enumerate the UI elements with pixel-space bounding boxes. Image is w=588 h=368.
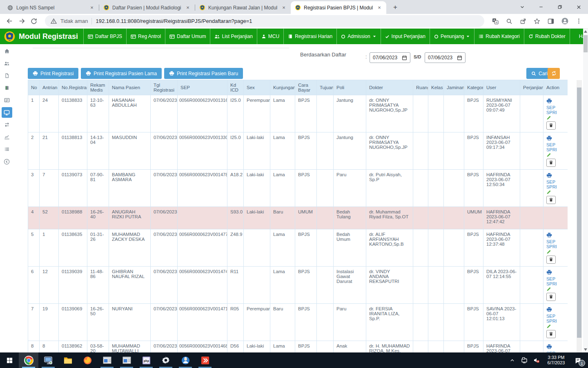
nav-item-admission[interactable]: Admission [336,29,380,44]
sidebar-item-list[interactable] [0,143,13,155]
volume-muted-icon[interactable] [532,354,541,366]
address-bar[interactable]: Tidak aman 192.168.0.11:8080/registrasi/… [45,15,484,27]
sep-link[interactable]: SEP [546,276,555,281]
nav-item-daftar-bpjs[interactable]: Daftar BPJS [83,29,126,44]
network-icon[interactable] [520,354,528,366]
new-tab-button[interactable]: + [390,2,401,13]
app-brand[interactable]: Modul Registrasi [0,29,83,44]
delete-button[interactable] [546,121,556,130]
edit-pencil-icon[interactable] [546,249,565,255]
taskbar-red-app[interactable] [195,352,215,368]
print-row-icon[interactable] [546,269,565,276]
hidden-icons-chevron-icon[interactable] [508,354,516,366]
back-icon[interactable] [3,15,16,27]
tab-close-icon[interactable]: × [281,4,287,11]
sep-link[interactable]: SEP [546,239,555,244]
spri-link[interactable]: SPRI [546,184,557,189]
nav-item-input-perjanjian[interactable]: Input Perjanjian [381,29,430,44]
nav-item-list-perjanjian[interactable]: List Perjanjian [210,29,256,44]
edit-pencil-icon[interactable] [546,287,565,292]
delete-button[interactable] [546,256,556,264]
sep-link[interactable]: SEP [546,142,555,147]
spri-link[interactable]: SPRI [546,319,557,323]
calendar-icon[interactable] [457,55,462,61]
share-icon[interactable] [517,15,529,27]
spri-link[interactable]: SPRI [546,110,557,115]
browser-tab-daftar-pasien-modul-radiologi[interactable]: Daftar Pasien | Modul Radiologi× [99,1,195,14]
print-pasien-baru-button[interactable]: Print Registrasi Pasien Baru [164,68,243,79]
translate-icon[interactable]: Aa [489,15,501,27]
bookmark-star-icon[interactable] [531,15,543,27]
page-scrollbar-thumb[interactable] [584,35,588,52]
calendar-icon[interactable] [402,55,407,61]
nav-item-rubah-dokter[interactable]: Rubah Dokter [524,29,570,44]
taskbar-chrome[interactable] [19,352,38,368]
sidebar-item-book[interactable] [0,82,13,94]
print-row-icon[interactable] [546,173,565,179]
scroll-down-icon[interactable] [583,347,588,352]
sidebar-item-chart[interactable] [0,131,13,143]
browser-tab-registrasi-pasien-bpjs-modul-r[interactable]: Registrasi Pasien BPJS | Modul Re× [291,1,386,14]
tab-close-icon[interactable]: × [89,4,95,11]
nav-item-rubah-kategori[interactable]: Rubah Kategori [474,29,523,44]
delete-button[interactable] [546,330,556,338]
nav-item-registrasi-harian[interactable]: Registrasi Harian [283,29,336,44]
nav-item-reg-antrol[interactable]: Reg Antrol [126,29,165,44]
print-pasien-lama-button[interactable]: Print Registrasi Pasien Lama [81,68,162,79]
delete-button[interactable] [546,293,556,301]
date-from-input[interactable]: 07/06/2023 [370,52,410,63]
taskbar-firefox[interactable] [78,352,97,368]
window-close-icon[interactable] [569,0,588,14]
side-panel-icon[interactable] [545,15,557,27]
taskbar-settings[interactable] [156,352,176,368]
print-row-icon[interactable] [546,98,565,105]
edit-pencil-icon[interactable] [546,190,565,195]
zoom-icon[interactable] [503,15,515,27]
reload-icon[interactable] [28,15,40,27]
edit-pencil-icon[interactable] [546,153,565,158]
forward-icon[interactable] [16,15,28,27]
table-scrollbar[interactable] [577,80,582,352]
sidebar-item-file[interactable] [0,70,13,82]
spri-link[interactable]: SPRI [546,244,557,249]
sidebar-item-monitor[interactable] [0,106,13,119]
sep-link[interactable]: SEP [546,180,555,184]
sidebar-item-card[interactable] [0,94,13,106]
taskbar-app-window-2[interactable] [117,352,136,368]
print-row-icon[interactable] [546,307,565,313]
sep-link[interactable]: SEP [546,314,555,319]
edit-pencil-icon[interactable] [546,115,565,121]
browser-menu-icon[interactable] [572,15,585,27]
tab-close-icon[interactable]: × [376,4,383,11]
browser-tab-kunjungan-rawat-jalan-modul-r[interactable]: Kunjungan Rawat Jalan | Modul R× [195,1,291,14]
taskbar-file-explorer[interactable] [58,352,78,368]
page-scrollbar[interactable] [583,29,588,352]
nav-item-daftar-umum[interactable]: Daftar Umum [165,29,210,44]
sidebar-item-swap[interactable] [0,119,13,131]
spri-link[interactable]: SPRI [546,147,557,152]
tab-search-icon[interactable] [513,0,532,14]
delete-button[interactable] [546,196,556,204]
sidebar-item-home[interactable] [0,45,13,57]
sidebar-item-collapse[interactable] [0,155,13,168]
browser-tab-login-ns-sampel[interactable]: Login NS Sampel× [3,1,99,14]
nav-item-penunjang[interactable]: Penunjang [430,29,474,44]
window-minimize-icon[interactable] [532,0,550,14]
window-restore-icon[interactable] [550,0,569,14]
user-menu[interactable]: Halo, PRADES KONSULTAN [570,29,583,44]
spri-link[interactable]: SPRI [546,281,557,286]
start-button[interactable] [0,352,19,368]
table-scrollbar-thumb[interactable] [577,88,581,338]
print-row-icon[interactable] [546,135,565,142]
print-row-icon[interactable] [546,344,565,350]
tab-close-icon[interactable]: × [185,4,191,11]
taskbar-remote-desktop[interactable] [38,352,58,368]
print-row-icon[interactable] [546,232,565,239]
refresh-button[interactable] [548,68,560,79]
notification-center-icon[interactable]: 1 [572,354,584,366]
delete-button[interactable] [546,159,556,167]
scroll-up-icon[interactable] [583,29,588,34]
taskbar-php-tool[interactable]: php [136,352,156,368]
taskbar-app-window-1[interactable] [97,352,117,368]
print-registrasi-button[interactable]: Print Registrasi [28,68,78,79]
